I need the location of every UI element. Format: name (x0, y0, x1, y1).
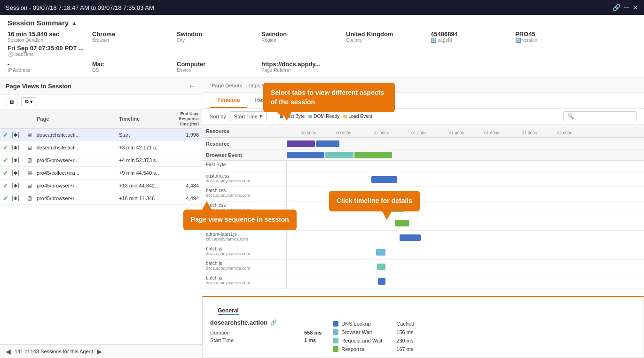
row-timeline: +3 min 42.171 sec (119, 145, 161, 150)
row-icon1: ✱ (12, 183, 26, 188)
field-browser: Chrome Browser (92, 31, 158, 43)
table-row[interactable]: ✔ ✱ 🖥 pro45/browser+r... +13 min 44.842 … (0, 179, 202, 192)
resource-row-8[interactable]: batch.js docs.appdynamics.com (202, 274, 644, 289)
resource-row-6[interactable]: batch.js docs.appdynamics.com (202, 245, 644, 260)
table-header: Page Timeline End UserResponseTime (ms) (0, 109, 202, 129)
general-tab[interactable]: General (218, 305, 239, 315)
row-page: pro45/browser+r... (37, 157, 119, 163)
resource-row-1[interactable]: custom.css docs.appdynamics.com (202, 172, 644, 187)
resource-col-header: Resource (202, 125, 287, 138)
back-arrow-icon[interactable]: ← (188, 82, 196, 90)
browser-value: Chrome (92, 31, 158, 38)
dom-ready-dot (308, 115, 312, 118)
minimize-icon[interactable]: ─ (624, 4, 629, 11)
table-row[interactable]: ✔ ✱ 🖥 pro45/browser+r... +16 min 11.346 … (0, 192, 202, 205)
tab-timeline[interactable]: Timeline (210, 93, 247, 108)
legend-dns-value: Cached (396, 321, 414, 327)
marker-1: 00.800s (336, 131, 351, 135)
legend-resp-value: 167 ms (396, 346, 414, 352)
country-value: United Kingdom (346, 31, 412, 38)
table-row[interactable]: ✔ ✱ 🖥 dosearchsite.acti... +3 min 42.171… (0, 141, 202, 154)
bar-dom-ready (325, 152, 353, 158)
row-response: 1,996 (161, 132, 199, 138)
detail-info: dosearchsite.action 🔗 Duration 558 ms St… (210, 319, 322, 343)
resp-label: Response (341, 346, 365, 352)
dns-value: Cached (396, 321, 414, 327)
bar-blue (316, 140, 339, 147)
bar-8 (378, 278, 385, 285)
marker-5: 01.600s (484, 131, 499, 135)
timeline-content: Resource 00.600s 00.800s 01.000s 01.200s… (202, 125, 644, 358)
resource-section-bar (287, 138, 644, 149)
title-bar-title: Session - 09/07/18 7:18:47 AM to 09/07/1… (6, 4, 154, 11)
first-byte-row-bar (287, 161, 644, 172)
region-label: Region (261, 38, 327, 43)
search-icon: 🔍 (567, 113, 574, 119)
resource-row-2[interactable]: batch.css docs.appdynamics.com (202, 187, 644, 202)
summary-header: Session Summary ▲ (8, 19, 636, 27)
rw-value: 230 ms (396, 338, 413, 343)
legend: First Byte DOM Ready Load Event (280, 114, 372, 119)
field-country: United Kingdom Country (346, 31, 412, 43)
device-label: Device (177, 68, 243, 73)
link-icon-detail[interactable]: 🔗 (270, 319, 277, 326)
loadtime-value: Fri Sep 07 07:35:00 PDT ... (8, 45, 84, 52)
legend-dom-ready: DOM Ready (308, 114, 339, 119)
legend-rw-value: 230 ms (396, 338, 414, 343)
filter-button[interactable]: ⚙▾ (21, 97, 36, 106)
table-row[interactable]: ✔ ✱ 🖥 dosearchsite.acti... Start 1,996 (0, 129, 202, 141)
os-label: OS (92, 68, 158, 73)
pagination-text: 141 of 143 Sessions for this Agent (15, 349, 93, 354)
resource-name-5: adrum-latest.js cdn.appdynamics.com (202, 231, 287, 245)
row-icon2: 🖥 (26, 170, 37, 177)
main-content: Session Summary ▲ 16 min 15.840 sec Sess… (0, 15, 644, 358)
resource-name-2: batch.css docs.appdynamics.com (202, 187, 287, 202)
resource-row-7[interactable]: batch.js docs.appdynamics.com (202, 260, 644, 274)
browser-event-section: Browser Event (202, 149, 644, 161)
resource-bar-4-inner (287, 216, 644, 230)
chevron-up-icon[interactable]: ▲ (71, 20, 77, 26)
link-icon[interactable]: 🔗 (613, 4, 620, 11)
resource-bar-1 (287, 172, 644, 187)
sort-dropdown[interactable]: Start Time ▾ (230, 111, 267, 121)
row-icon2: 🖥 (26, 182, 37, 189)
city-value: Swindon (177, 31, 243, 38)
close-icon[interactable]: ✕ (633, 4, 638, 11)
session-summary: Session Summary ▲ 16 min 15.840 sec Sess… (0, 15, 644, 78)
resource-rows: custom.css docs.appdynamics.com batch.c (202, 172, 644, 296)
timeline-col-header: 00.600s 00.800s 01.000s 01.200s 01.400s … (287, 125, 644, 138)
resource-section-label: Resource (202, 138, 287, 149)
callout-select-tabs: Select tabs to view different aspects of… (263, 83, 395, 112)
prev-page-button[interactable]: ◀ (6, 348, 11, 355)
start-time-label: Start Time (210, 337, 304, 343)
marker-0: 00.600s (301, 131, 316, 135)
row-page: pro45/collect+tra... (37, 170, 119, 176)
browser-label: Browser (92, 38, 158, 43)
bar-1 (371, 176, 397, 183)
field-session-duration: 16 min 15.840 sec Session Duration (8, 31, 73, 43)
resource-row-5[interactable]: adrum-latest.js cdn.appdynamics.com (202, 231, 644, 245)
check-icon: ✔ (3, 169, 12, 177)
bar-4 (395, 220, 409, 226)
next-page-button[interactable]: ▶ (97, 348, 102, 355)
time-markers: 00.600s 00.800s 01.000s 01.200s 01.400s … (287, 125, 644, 138)
bar-7 (377, 264, 385, 270)
search-input[interactable] (576, 114, 632, 119)
version-label: 🔠 version (515, 38, 581, 43)
row-page: pro45/browser+r... (37, 195, 119, 201)
loadtime-label: 🕐 loadTime (8, 52, 84, 57)
resource-bar-8-inner (287, 274, 644, 288)
monitor-view-button[interactable]: 🖥 (6, 98, 17, 106)
field-city: Swindon City (177, 31, 243, 43)
field-page-referrer: https://docs.appdy... Page Referrer (261, 61, 327, 73)
browser-event-bars-inner (287, 149, 644, 161)
table-row[interactable]: ✔ ✱ 🖥 pro45/browser+r... +4 min 52.373 s… (0, 154, 202, 167)
load-event-label: Load Event (348, 114, 372, 119)
resource-name-6: batch.js docs.appdynamics.com (202, 245, 287, 260)
summary-heading: Session Summary (8, 19, 69, 27)
row-page: dosearchsite.acti... (37, 132, 119, 138)
table-row[interactable]: ✔ ✱ 🖥 pro45/collect+tra... +9 min 44.540… (0, 167, 202, 179)
first-byte-bars (287, 138, 644, 149)
bw-label: Browser Wait (341, 329, 372, 335)
session-duration-label: Session Duration (8, 38, 73, 43)
